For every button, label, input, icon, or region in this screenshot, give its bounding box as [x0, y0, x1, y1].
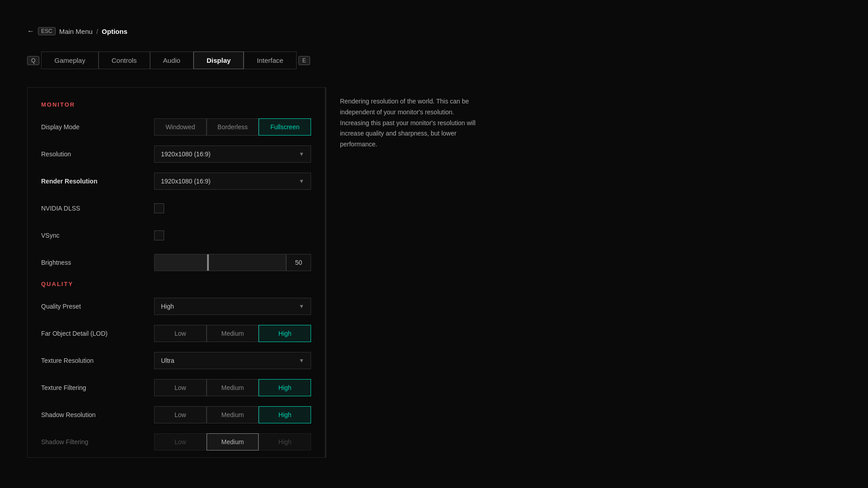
- shadow-resolution-label: Shadow Resolution: [41, 411, 154, 418]
- texture-filtering-label: Texture Filtering: [41, 384, 154, 391]
- render-resolution-label: Render Resolution: [41, 178, 154, 185]
- resolution-value: 868x488 (16:9): [161, 150, 211, 158]
- vsync-label: VSync: [41, 232, 154, 239]
- tabs-bar: Q Gameplay Controls Audio Display Interf…: [27, 52, 868, 69]
- texture-resolution-dropdown[interactable]: Ultra ▼: [154, 352, 311, 369]
- nvidia-dlss-control: [154, 203, 311, 213]
- brightness-track[interactable]: [154, 254, 286, 271]
- shadow-filtering-medium[interactable]: Medium: [207, 433, 259, 450]
- shadow-resolution-low[interactable]: Low: [154, 406, 207, 423]
- display-mode-row: Display Mode Windowed Borderless Fullscr…: [41, 118, 311, 136]
- far-object-detail-label: Far Object Detail (LOD): [41, 330, 154, 337]
- brightness-label: Brightness: [41, 259, 154, 266]
- display-mode-windowed[interactable]: Windowed: [154, 118, 207, 136]
- shadow-filtering-high[interactable]: High: [259, 433, 311, 450]
- shadow-resolution-high[interactable]: High: [259, 406, 311, 423]
- display-mode-fullscreen[interactable]: Fullscreen: [259, 118, 311, 136]
- brightness-row: Brightness 50: [41, 253, 311, 272]
- quality-preset-label: Quality Preset: [41, 303, 154, 310]
- far-object-low[interactable]: Low: [154, 325, 207, 342]
- vsync-control: [154, 230, 311, 240]
- quality-preset-value: High: [161, 303, 174, 310]
- settings-panel: MONITOR Display Mode Windowed Borderless…: [27, 87, 326, 458]
- resolution-label: Resolution: [41, 150, 154, 158]
- shadow-filtering-row: Shadow Filtering Low Medium High: [41, 433, 311, 451]
- breadcrumb-separator: /: [96, 28, 98, 35]
- texture-resolution-chevron-icon: ▼: [299, 357, 304, 364]
- far-object-detail-toggle: Low Medium High: [154, 325, 311, 342]
- display-mode-label: Display Mode: [41, 123, 154, 131]
- resolution-row: Resolution 868x488 (16:9) ▼: [41, 145, 311, 163]
- prev-tab-key[interactable]: Q: [27, 56, 39, 65]
- quality-preset-row: Quality Preset High ▼: [41, 297, 311, 315]
- texture-filtering-low[interactable]: Low: [154, 379, 207, 396]
- render-resolution-value: 868x488 (16:9): [161, 178, 211, 185]
- nvidia-dlss-checkbox[interactable]: [154, 203, 164, 213]
- shadow-resolution-row: Shadow Resolution Low Medium High: [41, 406, 311, 424]
- display-mode-toggle: Windowed Borderless Fullscreen: [154, 118, 311, 136]
- back-arrow-icon[interactable]: ←: [27, 27, 34, 35]
- far-object-detail-row: Far Object Detail (LOD) Low Medium High: [41, 324, 311, 343]
- nvidia-dlss-row: NVIDIA DLSS: [41, 199, 311, 217]
- texture-resolution-row: Texture Resolution Ultra ▼: [41, 352, 311, 370]
- texture-resolution-label: Texture Resolution: [41, 357, 154, 364]
- brightness-slider: 50: [154, 254, 311, 271]
- tab-audio[interactable]: Audio: [150, 52, 193, 69]
- texture-filtering-row: Texture Filtering Low Medium High: [41, 379, 311, 397]
- quality-preset-dropdown[interactable]: High ▼: [154, 298, 311, 315]
- quality-section-header: QUALITY: [41, 281, 311, 287]
- monitor-section-header: MONITOR: [41, 101, 311, 108]
- far-object-high[interactable]: High: [259, 325, 311, 342]
- info-panel: Rendering resolution of the world. This …: [326, 87, 489, 458]
- texture-filtering-high[interactable]: High: [259, 379, 311, 396]
- texture-filtering-medium[interactable]: Medium: [207, 379, 259, 396]
- render-resolution-row: Render Resolution 868x488 (16:9) ▼: [41, 172, 311, 190]
- resolution-chevron-icon: ▼: [299, 151, 304, 157]
- resolution-dropdown[interactable]: 868x488 (16:9) ▼: [154, 145, 311, 163]
- nvidia-dlss-label: NVIDIA DLSS: [41, 205, 154, 212]
- shadow-resolution-medium[interactable]: Medium: [207, 406, 259, 423]
- brightness-value: 50: [286, 254, 311, 271]
- shadow-resolution-toggle: Low Medium High: [154, 406, 311, 423]
- far-object-medium[interactable]: Medium: [207, 325, 259, 342]
- shadow-filtering-label: Shadow Filtering: [41, 438, 154, 446]
- next-tab-key[interactable]: E: [298, 56, 310, 65]
- texture-resolution-value: Ultra: [161, 357, 175, 364]
- shadow-filtering-toggle: Low Medium High: [154, 433, 311, 450]
- texture-filtering-toggle: Low Medium High: [154, 379, 311, 396]
- tab-interface[interactable]: Interface: [244, 52, 296, 69]
- info-text: Rendering resolution of the world. This …: [340, 96, 476, 150]
- render-resolution-dropdown[interactable]: 868x488 (16:9) ▼: [154, 173, 311, 190]
- breadcrumb-current: Options: [102, 28, 127, 35]
- tab-display[interactable]: Display: [193, 52, 244, 69]
- quality-preset-chevron-icon: ▼: [299, 303, 304, 310]
- display-mode-borderless[interactable]: Borderless: [207, 118, 259, 136]
- render-resolution-chevron-icon: ▼: [299, 178, 304, 184]
- brightness-fill: [155, 254, 207, 271]
- shadow-filtering-low[interactable]: Low: [154, 433, 207, 450]
- breadcrumb: ← ESC Main Menu / Options: [27, 27, 868, 35]
- brightness-thumb[interactable]: [207, 254, 209, 271]
- esc-key[interactable]: ESC: [38, 27, 56, 35]
- tab-controls[interactable]: Controls: [99, 52, 150, 69]
- vsync-row: VSync: [41, 226, 311, 244]
- vsync-checkbox[interactable]: [154, 230, 164, 240]
- menu-link[interactable]: Main Menu: [59, 28, 93, 35]
- tab-gameplay[interactable]: Gameplay: [41, 52, 98, 69]
